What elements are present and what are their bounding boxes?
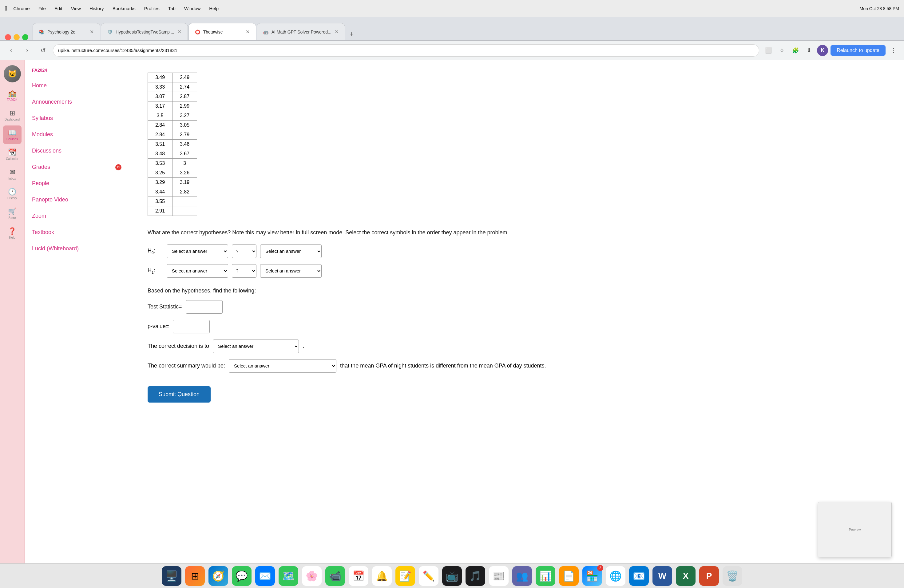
tab-close-psychology[interactable]: ✕ — [90, 29, 94, 35]
dock-powerpoint[interactable]: P — [699, 566, 719, 586]
test-statistic-input[interactable] — [186, 300, 223, 314]
sidebar-item-discussions[interactable]: Discussions — [25, 143, 129, 159]
relaunch-button[interactable]: Relaunch to update — [831, 45, 885, 56]
rail-store[interactable]: 🛒 Store — [3, 204, 22, 223]
table-cell: 2.84 — [148, 120, 172, 130]
dock-word[interactable]: W — [653, 566, 672, 586]
forward-button[interactable]: › — [21, 44, 33, 57]
sidebar-item-people[interactable]: People — [25, 175, 129, 191]
dock-messages[interactable]: 💬 — [232, 566, 251, 586]
h0-answer2-select[interactable]: Select an answer μ₁ μ₂ p₁ p₂ — [260, 245, 322, 258]
pvalue-input[interactable] — [173, 320, 210, 334]
extensions-icon[interactable]: 🧩 — [790, 45, 801, 56]
sidebar-item-modules[interactable]: Modules — [25, 126, 129, 143]
dock-calendar[interactable]: 📅 — [349, 566, 368, 586]
sidebar-item-syllabus[interactable]: Syllabus — [25, 110, 129, 126]
address-input[interactable] — [53, 44, 759, 57]
dock-facetime[interactable]: 📹 — [325, 566, 345, 586]
window-minimize-btn[interactable] — [14, 34, 20, 40]
table-cell: 3.29 — [148, 178, 172, 187]
tab-psychology[interactable]: 📚 Psychology 2e ✕ — [33, 23, 100, 40]
tab-hypothesis[interactable]: 🛡️ HypothesisTestingTwoSampl... ✕ — [101, 23, 188, 40]
dock-launchpad[interactable]: ⊞ — [185, 566, 205, 586]
dock-teams[interactable]: 👥 — [512, 566, 532, 586]
sidebar-item-grades[interactable]: Grades 19 — [25, 159, 129, 175]
sidebar-item-panopto[interactable]: Panopto Video — [25, 191, 129, 208]
address-bar: ‹ › ↺ ⬜ ☆ 🧩 ⬇ K Relaunch to update ⋮ — [0, 41, 904, 60]
reload-button[interactable]: ↺ — [37, 44, 49, 57]
table-cell: 3.25 — [148, 168, 172, 178]
dock-trash[interactable]: 🗑️ — [722, 566, 742, 586]
dock-appstore[interactable]: 🏪 2 — [582, 566, 602, 586]
menu-window[interactable]: Window — [182, 6, 203, 11]
rail-courses[interactable]: 📖 Courses — [3, 125, 22, 144]
dock-mail[interactable]: ✉️ — [255, 566, 275, 586]
menu-view[interactable]: View — [69, 6, 83, 11]
tab-close-thetawise[interactable]: ✕ — [246, 29, 250, 35]
h0-answer1-select[interactable]: Select an answer μ₁ μ₂ p₁ p₂ — [167, 245, 228, 258]
dock-excel[interactable]: X — [676, 566, 695, 586]
bookmark-icon[interactable]: ☆ — [776, 45, 787, 56]
dock-freeform[interactable]: ✏️ — [419, 566, 438, 586]
tab-close-aimath[interactable]: ✕ — [335, 29, 338, 35]
sidebar-item-home[interactable]: Home — [25, 77, 129, 94]
h0-symbol-select[interactable]: ? = ≠ < > ≤ ≥ — [232, 245, 256, 258]
sidebar-item-textbook[interactable]: Textbook — [25, 224, 129, 240]
tab-aimath[interactable]: 🤖 AI Math GPT Solver Powered... ✕ — [257, 23, 345, 40]
back-button[interactable]: ‹ — [5, 44, 17, 57]
window-maximize-btn[interactable] — [22, 34, 28, 40]
dock-chrome[interactable]: 🌐 — [606, 566, 626, 586]
rail-dashboard[interactable]: ⊞ Dashboard — [3, 106, 22, 124]
apple-logo-icon:  — [5, 5, 7, 12]
dock-photos[interactable]: 🌸 — [302, 566, 322, 586]
new-tab-button[interactable]: + — [346, 28, 358, 40]
download-icon[interactable]: ⬇ — [803, 45, 814, 56]
h1-answer1-select[interactable]: Select an answer μ₁ μ₂ p₁ p₂ — [167, 264, 228, 278]
tab-thetawise[interactable]: ⭕ Thetawise ✕ — [188, 23, 256, 40]
table-cell: 3.17 — [148, 101, 172, 111]
table-cell: 3.07 — [148, 92, 172, 101]
menu-edit[interactable]: Edit — [52, 6, 65, 11]
dock-tv[interactable]: 📺 — [442, 566, 462, 586]
dock-maps[interactable]: 🗺️ — [278, 566, 298, 586]
table-cell: 2.91 — [148, 206, 172, 216]
tab-favicon-thetawise: ⭕ — [195, 30, 200, 35]
dock-outlook[interactable]: 📧 — [629, 566, 649, 586]
summary-select[interactable]: Select an answer There is sufficient evi… — [229, 359, 337, 373]
dock-news[interactable]: 📰 — [489, 566, 509, 586]
user-avatar[interactable]: 🐱 — [4, 65, 21, 82]
menu-tab[interactable]: Tab — [166, 6, 178, 11]
menu-history[interactable]: History — [87, 6, 106, 11]
submit-button[interactable]: Submit Question — [148, 386, 211, 403]
menu-chrome[interactable]: Chrome — [11, 6, 32, 11]
sidebar-item-lucid[interactable]: Lucid (Whiteboard) — [25, 240, 129, 257]
dock-reminders[interactable]: 🔔 — [372, 566, 392, 586]
sidebar-item-announcements[interactable]: Announcements — [25, 94, 129, 110]
tab-close-hypothesis[interactable]: ✕ — [177, 29, 182, 35]
table-row: 2.842.79 — [148, 130, 197, 140]
rail-help[interactable]: ❓ Help — [3, 224, 22, 242]
dock-finder[interactable]: 🖥️ — [162, 566, 182, 586]
rail-history[interactable]: 🕐 History — [3, 185, 22, 203]
table-cell: 2.74 — [172, 82, 197, 92]
decision-select[interactable]: Select an answer Reject H₀ Fail to Rejec… — [213, 340, 299, 353]
dock-notes[interactable]: 📝 — [395, 566, 415, 586]
h1-symbol-select[interactable]: ? = ≠ < > ≤ ≥ — [232, 264, 256, 278]
sidebar-item-zoom[interactable]: Zoom — [25, 208, 129, 224]
dock-pages[interactable]: 📄 — [559, 566, 579, 586]
dock-safari[interactable]: 🧭 — [209, 566, 228, 586]
window-close-btn[interactable] — [5, 34, 11, 40]
menu-file[interactable]: File — [36, 6, 48, 11]
menu-profiles[interactable]: Profiles — [142, 6, 162, 11]
menu-help[interactable]: Help — [207, 6, 221, 11]
rail-inbox[interactable]: ✉ Inbox — [3, 165, 22, 183]
more-options-icon[interactable]: ⋮ — [888, 45, 899, 56]
menu-bookmarks[interactable]: Bookmarks — [110, 6, 138, 11]
dock-music[interactable]: 🎵 — [466, 566, 485, 586]
rail-calendar[interactable]: 📆 Calendar — [3, 145, 22, 164]
h1-answer2-select[interactable]: Select an answer μ₁ μ₂ p₁ p₂ — [260, 264, 322, 278]
dock-numbers[interactable]: 📊 — [536, 566, 555, 586]
screen-capture-icon[interactable]: ⬜ — [763, 45, 774, 56]
rail-fa2024[interactable]: 🏫 FA2024 — [3, 86, 22, 104]
profile-icon[interactable]: K — [817, 45, 828, 56]
